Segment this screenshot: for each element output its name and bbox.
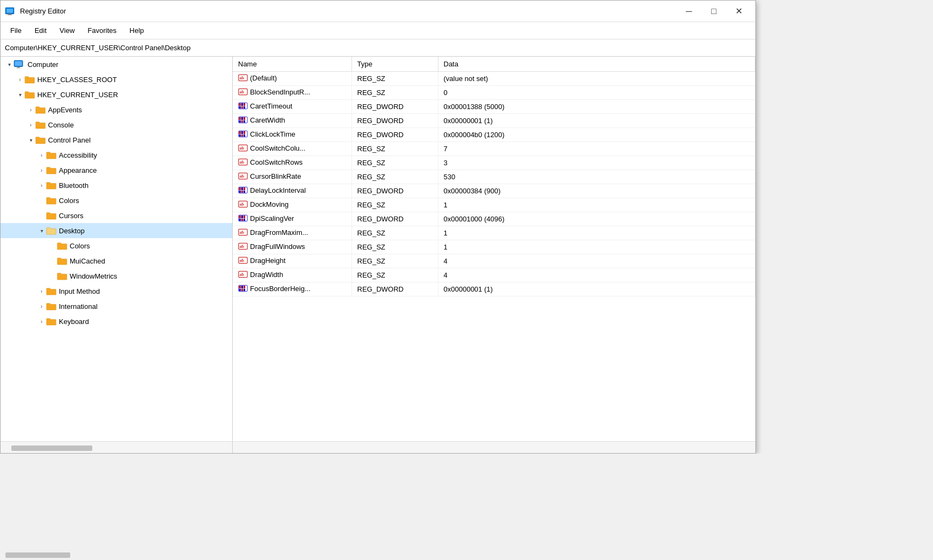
cell-name: abDragFromMaxim...: [233, 226, 351, 240]
minimize-button[interactable]: ─: [677, 3, 701, 20]
table-row[interactable]: abBlockSendInputR...REG_SZ0: [233, 86, 755, 100]
tree-item-windowmetrics[interactable]: WindowMetrics: [1, 268, 232, 284]
folder-icon-current-user: [24, 90, 35, 99]
table-row[interactable]: abCoolSwitchRowsREG_SZ3: [233, 156, 755, 170]
cell-type: REG_SZ: [351, 72, 438, 86]
tree-scrollbar-area: [1, 442, 233, 453]
reg-entry-name: DragFromMaxim...: [250, 228, 308, 237]
svg-rect-4: [8, 15, 12, 15]
tree-item-muicached[interactable]: MuiCached: [1, 253, 232, 268]
reg-sz-icon: ab: [238, 270, 248, 279]
cell-type: REG_SZ: [351, 156, 438, 170]
table-row[interactable]: abCoolSwitchColu...REG_SZ7: [233, 142, 755, 156]
expand-computer[interactable]: ▾: [5, 62, 13, 68]
table-row[interactable]: abDragWidthREG_SZ4: [233, 268, 755, 282]
tree-item-desktop-colors[interactable]: Colors: [1, 238, 232, 253]
table-row[interactable]: abCursorBlinkRateREG_SZ530: [233, 170, 755, 184]
detail-scrollbar-area: [233, 442, 755, 453]
expand-colors: [37, 198, 46, 204]
table-row[interactable]: ClickLockTimeREG_DWORD0x000004b0 (1200): [233, 128, 755, 142]
reg-dword-icon: [238, 186, 248, 194]
table-row[interactable]: DpiScalingVerREG_DWORD0x00001000 (4096): [233, 212, 755, 226]
expand-cursors: [37, 213, 46, 219]
folder-icon-cursors: [46, 211, 57, 220]
tree-label-computer: Computer: [28, 60, 58, 69]
tree-item-appearance[interactable]: › Appearance: [1, 163, 232, 178]
tree-item-bluetooth[interactable]: › Bluetooth: [1, 178, 232, 193]
cell-data: 0x00001000 (4096): [438, 212, 755, 226]
expand-inputmethod[interactable]: ›: [37, 288, 46, 294]
svg-rect-18: [239, 106, 241, 109]
reg-sz-icon: ab: [238, 242, 248, 251]
folder-icon-control-panel: [35, 136, 46, 144]
tree-panel[interactable]: ▾ Computer › HKEY_CLASSES_ROOT: [1, 57, 233, 441]
cell-type: REG_SZ: [351, 268, 438, 282]
table-row[interactable]: ab(Default)REG_SZ(value not set): [233, 72, 755, 86]
table-row[interactable]: abDragFullWindowsREG_SZ1: [233, 240, 755, 254]
expand-current-user[interactable]: ▾: [16, 92, 24, 98]
svg-rect-52: [241, 215, 243, 218]
tree-item-appevents[interactable]: › AppEvents: [1, 102, 232, 117]
tree-item-colors[interactable]: Colors: [1, 193, 232, 208]
tree-label-cursors: Cursors: [59, 212, 84, 220]
cell-data: (value not set): [438, 72, 755, 86]
expand-console[interactable]: ›: [26, 122, 35, 128]
menu-edit[interactable]: Edit: [29, 24, 52, 37]
table-row[interactable]: FocusBorderHeig...REG_DWORD0x00000001 (1…: [233, 282, 755, 296]
svg-rect-26: [241, 120, 243, 123]
reg-entry-name: CaretWidth: [250, 116, 285, 124]
expand-keyboard[interactable]: ›: [37, 319, 46, 325]
menu-file[interactable]: File: [5, 24, 27, 37]
svg-rect-44: [244, 187, 245, 190]
table-row[interactable]: abDragHeightREG_SZ4: [233, 254, 755, 268]
folder-icon-classes-root: [24, 75, 35, 84]
tree-item-cursors[interactable]: Cursors: [1, 208, 232, 223]
tree-item-accessibility[interactable]: › Accessibility: [1, 147, 232, 163]
table-row[interactable]: abDockMovingREG_SZ1: [233, 198, 755, 212]
table-row[interactable]: abDragFromMaxim...REG_SZ1: [233, 226, 755, 240]
menu-view[interactable]: View: [54, 24, 80, 37]
expand-desktop[interactable]: ▾: [37, 228, 46, 234]
expand-international[interactable]: ›: [37, 303, 46, 309]
tree-item-computer[interactable]: ▾ Computer: [1, 57, 232, 72]
tree-item-international[interactable]: › International: [1, 299, 232, 314]
svg-text:ab: ab: [239, 90, 244, 95]
maximize-button[interactable]: □: [701, 3, 726, 20]
expand-desktop-colors: [48, 243, 57, 249]
close-button[interactable]: ✕: [726, 3, 751, 20]
reg-sz-icon: ab: [238, 172, 248, 180]
reg-dword-icon: [238, 284, 248, 293]
expand-bluetooth[interactable]: ›: [37, 183, 46, 188]
table-row[interactable]: DelayLockIntervalREG_DWORD0x00000384 (90…: [233, 184, 755, 198]
expand-classes-root[interactable]: ›: [16, 77, 24, 83]
tree-item-control-panel[interactable]: ▾ Control Panel: [1, 132, 232, 147]
tree-item-inputmethod[interactable]: › Input Method: [1, 284, 232, 299]
table-row[interactable]: CaretTimeoutREG_DWORD0x00001388 (5000): [233, 100, 755, 114]
expand-accessibility[interactable]: ›: [37, 152, 46, 158]
expand-control-panel[interactable]: ▾: [26, 137, 35, 143]
cell-type: REG_SZ: [351, 240, 438, 254]
menu-favorites[interactable]: Favorites: [82, 24, 121, 37]
table-row[interactable]: CaretWidthREG_DWORD0x00000001 (1): [233, 114, 755, 128]
tree-item-keyboard[interactable]: › Keyboard: [1, 314, 232, 329]
tree-item-classes-root[interactable]: › HKEY_CLASSES_ROOT: [1, 72, 232, 87]
tree-item-console[interactable]: › Console: [1, 117, 232, 132]
tree-item-desktop[interactable]: ▾ Desktop: [1, 223, 232, 238]
reg-dword-icon: [238, 116, 248, 124]
tree-label-muicached: MuiCached: [70, 257, 105, 265]
computer-icon: [13, 60, 24, 69]
menu-help[interactable]: Help: [124, 24, 150, 37]
cell-type: REG_DWORD: [351, 114, 438, 128]
expand-appearance[interactable]: ›: [37, 167, 46, 173]
cell-data: 530: [438, 170, 755, 184]
svg-rect-42: [239, 187, 241, 190]
app-icon: [5, 6, 16, 17]
svg-rect-34: [244, 134, 245, 137]
svg-rect-16: [241, 103, 243, 106]
svg-rect-53: [244, 215, 245, 218]
tree-item-current-user[interactable]: ▾ HKEY_CURRENT_USER: [1, 87, 232, 102]
reg-entry-name: CoolSwitchRows: [250, 158, 303, 166]
folder-icon-desktop: [46, 226, 57, 235]
tree-horizontal-scrollbar[interactable]: [11, 446, 92, 451]
expand-appevents[interactable]: ›: [26, 107, 35, 113]
